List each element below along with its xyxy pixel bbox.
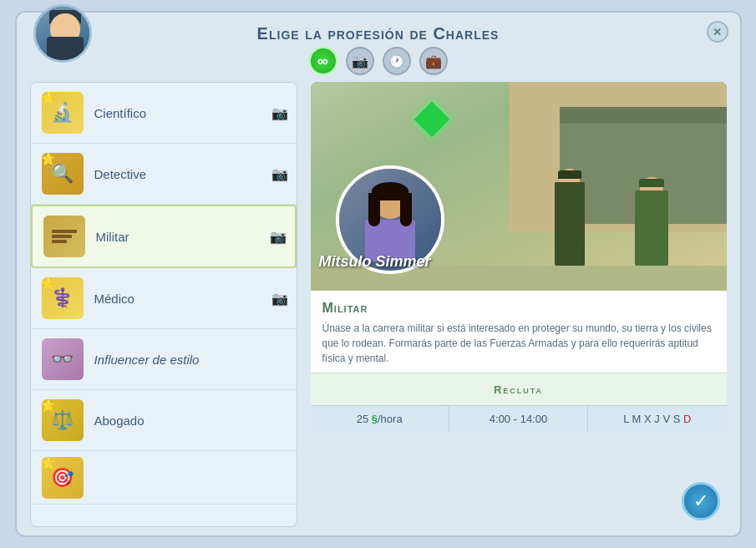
sims-diamond-icon xyxy=(414,102,449,137)
career-label-detective: Detective xyxy=(94,167,263,181)
career-icon-abogado: ⚖️ ⭐ xyxy=(39,397,86,444)
career-item-abogado[interactable]: ⚖️ ⭐ Abogado xyxy=(31,390,297,451)
star-badge: ⭐ xyxy=(41,152,55,165)
salary-cell: 25 §/hora xyxy=(311,406,449,432)
schedule-value: 4:00 - 14:00 xyxy=(490,413,547,425)
career-description: Únase a la carrera militar si está inter… xyxy=(322,321,715,366)
schedule-cell: 4:00 - 14:00 xyxy=(449,406,588,432)
page-title: Elige la profesión de Charles xyxy=(17,24,740,43)
pack-icon-cientifico: 📷 xyxy=(271,105,288,121)
career-item-influencer[interactable]: 👓 Influencer de estilo xyxy=(31,329,297,390)
currency-symbol: § xyxy=(372,413,378,425)
career-label-influencer: Influencer de estilo xyxy=(94,353,288,367)
career-list: 🔬 ⭐ Científico 📷 🔍 ⭐ Detectiv xyxy=(30,82,297,527)
sim-hair-left xyxy=(368,193,380,226)
soldier-right xyxy=(635,177,668,266)
main-window: ✕ Elige la profesión de Charles ∞ 📷 🕐 💼 xyxy=(15,11,742,537)
day-off-value: D xyxy=(683,413,691,425)
career-item-detective[interactable]: 🔍 ⭐ Detective 📷 xyxy=(31,144,297,205)
career-icon-detective: 🔍 ⭐ xyxy=(39,150,86,197)
star-badge: ⭐ xyxy=(41,277,55,290)
infinity-icon[interactable]: ∞ xyxy=(309,47,337,75)
sim-figure xyxy=(357,178,424,261)
officer-body xyxy=(555,182,585,266)
main-content: 🔬 ⭐ Científico 📷 🔍 ⭐ Detectiv xyxy=(17,82,740,535)
career-icon-influencer: 👓 xyxy=(39,336,86,383)
sim-hair-right xyxy=(400,193,412,226)
career-image: Mitsulo Simmer xyxy=(311,82,727,291)
career-icon-militar xyxy=(41,213,88,260)
career-detail-title: Militar xyxy=(322,301,715,316)
sim-portrait-name: Mitsulo Simmer xyxy=(319,253,431,271)
soldier-left xyxy=(555,169,585,266)
workdays-value: L M X J V S xyxy=(623,413,680,425)
briefcase-icon[interactable]: 💼 xyxy=(419,47,448,75)
star-badge: ⭐ xyxy=(41,398,55,412)
career-label-cientifico: Científico xyxy=(94,106,263,120)
pack-icon-militar: 📷 xyxy=(270,229,287,245)
salary-unit: /hora xyxy=(378,413,403,425)
career-item-partial[interactable]: 🎯 ⭐ xyxy=(31,451,297,505)
career-label-militar: Militar xyxy=(96,230,261,244)
clock-icon[interactable]: 🕐 xyxy=(383,47,411,75)
career-detail-panel: Mitsulo Simmer Militar Únase a la carrer… xyxy=(311,82,727,527)
career-info: Militar Únase a la carrera militar si es… xyxy=(311,291,727,373)
career-label-medico: Médico xyxy=(94,292,263,306)
star-badge: ⭐ xyxy=(41,91,55,104)
career-item-militar[interactable]: Militar 📷 xyxy=(31,205,297,268)
pack-icon-detective: 📷 xyxy=(271,166,288,182)
soldier-body xyxy=(635,190,668,266)
pack-icon-medico: 📷 xyxy=(271,291,288,307)
icons-bar: ∞ 📷 🕐 💼 xyxy=(17,47,740,75)
career-icon-medico: ⚕️ ⭐ xyxy=(39,275,86,322)
career-icon-cientifico: 🔬 ⭐ xyxy=(39,89,86,136)
entry-rank-row: Recluta xyxy=(311,373,727,405)
star-badge: ⭐ xyxy=(41,456,55,469)
career-item-cientifico[interactable]: 🔬 ⭐ Científico 📷 xyxy=(31,83,297,144)
soldier-cap xyxy=(639,179,664,187)
truck-top xyxy=(560,107,727,124)
title-bar: Elige la profesión de Charles xyxy=(17,13,740,47)
career-list-inner: 🔬 ⭐ Científico 📷 🔍 ⭐ Detectiv xyxy=(31,83,297,526)
career-item-medico[interactable]: ⚕️ ⭐ Médico 📷 xyxy=(31,268,297,329)
salary-value: 25 xyxy=(357,413,368,425)
officer-cap xyxy=(558,170,581,179)
career-icon-partial: 🎯 ⭐ xyxy=(39,454,86,501)
days-cell: L M X J V S D xyxy=(588,406,726,432)
camera-icon[interactable]: 📷 xyxy=(346,47,374,75)
scene-background: Mitsulo Simmer xyxy=(311,82,727,291)
career-label-abogado: Abogado xyxy=(94,414,288,428)
entry-rank-label: Recluta xyxy=(494,383,543,396)
confirm-button[interactable]: ✓ xyxy=(682,482,720,520)
confirm-icon: ✓ xyxy=(693,490,708,512)
military-stripes xyxy=(52,230,77,243)
career-stats-row: 25 §/hora 4:00 - 14:00 L M X J V S D xyxy=(311,405,727,432)
